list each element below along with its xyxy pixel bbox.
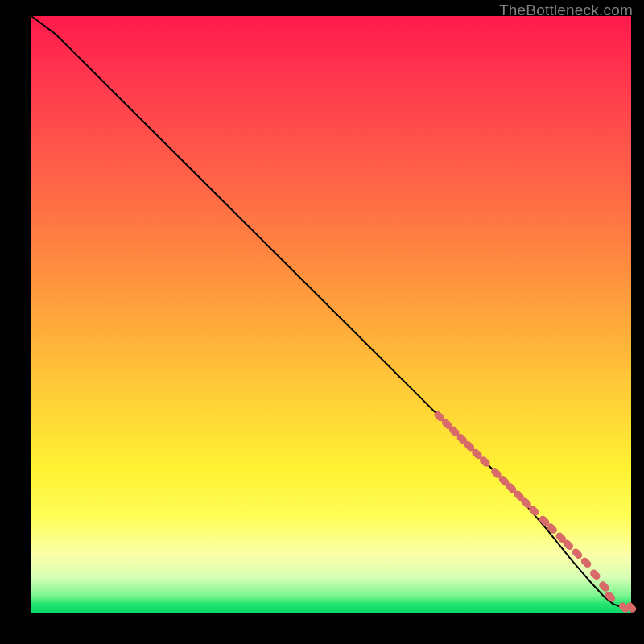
data-marker bbox=[580, 556, 592, 569]
chart-overlay bbox=[31, 16, 631, 613]
chart-stage: TheBottleneck.com bbox=[0, 0, 644, 644]
data-marker bbox=[588, 568, 601, 581]
data-marker bbox=[604, 590, 617, 603]
data-marker bbox=[571, 547, 584, 560]
data-markers bbox=[432, 410, 638, 614]
plot-area bbox=[31, 16, 631, 613]
